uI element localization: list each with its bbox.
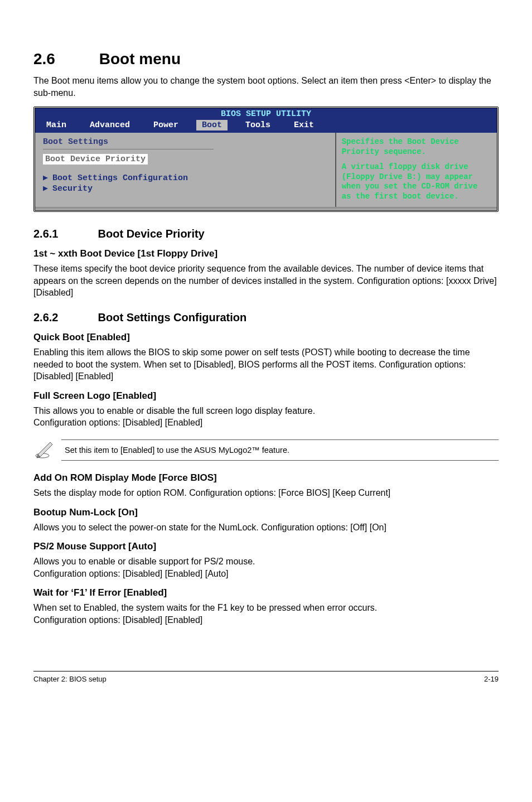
subsection-heading: 2.6.2 Boot Settings Configuration [33, 311, 499, 324]
setting-heading: Wait for ‘F1’ If Error [Enabled] [33, 587, 499, 598]
subsection-number: 2.6.2 [33, 311, 95, 324]
section-title: Boot menu [99, 50, 181, 67]
bios-tab-exit: Exit [288, 120, 320, 131]
setting-body: Allows you to enable or disable support … [33, 555, 499, 568]
triangle-icon: ▶ [43, 184, 48, 194]
subsection-heading: 2.6.1 Boot Device Priority [33, 228, 499, 240]
setting-heading: Add On ROM Display Mode [Force BIOS] [33, 472, 499, 484]
section-heading: 2.6 Boot menu [33, 50, 499, 68]
footer-left: Chapter 2: BIOS setup [33, 675, 107, 683]
bios-item-label: Boot Settings Configuration [52, 173, 188, 183]
bios-tab-power: Power [148, 120, 184, 131]
note-callout: Set this item to [Enabled] to use the AS… [33, 438, 499, 462]
subsection-number: 2.6.1 [33, 228, 95, 240]
subsection-title: Boot Device Priority [98, 228, 205, 240]
bios-left-pane: Boot Settings Boot Device Priority ▶Boot… [35, 133, 336, 207]
bios-tab-tools: Tools [240, 120, 276, 131]
setting-body: Configuration options: [Disabled] [Enabl… [33, 614, 499, 626]
setting-heading: Bootup Num-Lock [On] [33, 507, 499, 518]
setting-body: Sets the display mode for option ROM. Co… [33, 487, 499, 499]
triangle-icon: ▶ [43, 173, 48, 183]
bios-highlighted-item: Boot Device Priority [43, 154, 148, 165]
bios-tab-advanced: Advanced [84, 120, 136, 131]
svg-marker-1 [38, 442, 52, 457]
bios-help-pane: Specifies the Boot Device Priority seque… [336, 133, 497, 207]
bios-help-text: Specifies the Boot Device Priority seque… [342, 137, 491, 157]
bios-menu-item: ▶Boot Settings Configuration [43, 172, 327, 183]
setting-heading: Full Screen Logo [Enabled] [33, 390, 499, 402]
bios-item-label: Security [52, 184, 93, 194]
setting-body: Enabling this item allows the BIOS to sk… [33, 346, 499, 383]
setting-body: When set to Enabled, the system waits fo… [33, 602, 499, 614]
subsection-title: Boot Settings Configuration [98, 311, 247, 323]
setting-heading: Quick Boot [Enabled] [33, 332, 499, 343]
bios-tab-boot: Boot [196, 120, 228, 131]
setting-body: This allows you to enable or disable the… [33, 405, 499, 417]
setting-heading: 1st ~ xxth Boot Device [1st Floppy Drive… [33, 248, 499, 259]
page-footer: Chapter 2: BIOS setup 2-19 [33, 671, 499, 683]
footer-right: 2-19 [484, 675, 499, 683]
setting-body: These items specify the boot device prio… [33, 263, 499, 299]
bios-tab-bar: Main Advanced Power Boot Tools Exit [35, 119, 497, 133]
note-text: Set this item to [Enabled] to use the AS… [61, 439, 499, 461]
bios-utility-title: BIOS SETUP UTILITY [35, 108, 497, 119]
setting-body: Configuration options: [Disabled] [Enabl… [33, 417, 499, 429]
bios-left-heading: Boot Settings [43, 137, 327, 147]
bios-menu-item: ▶Security [43, 183, 327, 194]
bios-help-text: A virtual floppy disk drive (Floppy Driv… [342, 162, 491, 201]
setting-body: Configuration options: [Disabled] [Enabl… [33, 568, 499, 580]
setting-heading: PS/2 Mouse Support [Auto] [33, 541, 499, 552]
bios-tab-main: Main [41, 120, 72, 131]
setting-body: Allows you to select the power-on state … [33, 521, 499, 534]
section-intro: The Boot menu items allow you to change … [33, 75, 499, 99]
section-number: 2.6 [33, 50, 95, 68]
pencil-icon [33, 438, 61, 462]
bios-screenshot: BIOS SETUP UTILITY Main Advanced Power B… [33, 107, 499, 212]
